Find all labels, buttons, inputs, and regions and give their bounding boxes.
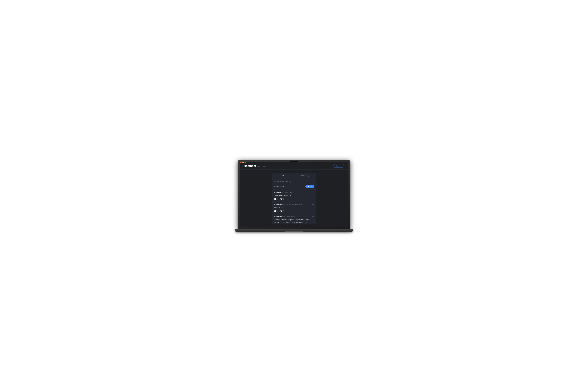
- post-2-share-action[interactable]: ↗: [312, 210, 314, 212]
- post-1-author: @another: [274, 192, 281, 194]
- compose-area: What is happening?! @andrianllmm Hoot: [272, 178, 316, 190]
- traffic-lights: [240, 162, 246, 163]
- topbar-left: Hoothoot @andrianllmm: [244, 164, 268, 168]
- post-1-header: @another • a minute ago: [274, 192, 314, 194]
- edit-icon[interactable]: ✏: [312, 204, 314, 206]
- post-2-like-action[interactable]: 🤍 3: [280, 210, 284, 212]
- sign-out-button[interactable]: Sign out: [334, 164, 344, 168]
- post-2-comment-count: 0: [277, 210, 278, 212]
- compose-footer: @andrianllmm Hoot: [274, 185, 314, 188]
- post-2-header: @andrianllmm • Edited 3 minutes ago ✏: [274, 204, 314, 206]
- post-3-author: @andrianllmm: [274, 216, 285, 218]
- share-icon: ↗: [312, 198, 314, 200]
- post-2: @andrianllmm • Edited 3 minutes ago ✏ He…: [272, 202, 316, 214]
- topbar: Hoothoot @andrianllmm Sign out: [240, 162, 348, 170]
- post-1-body: hello literally everyone: [274, 194, 314, 197]
- main-content: All Following What is happening?!: [240, 170, 348, 227]
- app-username: @andrianllmm: [258, 165, 268, 167]
- heart-icon-2: 🤍: [280, 210, 282, 212]
- post-3-body: "No one is born hating another person be…: [274, 218, 314, 224]
- tab-following[interactable]: Following: [294, 173, 316, 178]
- post-1-actions: 💬 0 🤍 1 ↗: [274, 198, 314, 200]
- post-2-actions: 💬 0 🤍 3 ↗: [274, 210, 314, 212]
- share-icon-2: ↗: [312, 210, 314, 212]
- laptop-wrapper: Hoothoot @andrianllmm Sign out All: [235, 157, 353, 235]
- post-3: @andrianllmm • 3 minutes ago ✏ "No one i…: [272, 214, 316, 224]
- post-2-time: Edited 3 minutes ago: [287, 204, 302, 206]
- compose-placeholder[interactable]: What is happening?!: [274, 180, 314, 183]
- post-3-header: @andrianllmm • 3 minutes ago ✏: [274, 216, 314, 218]
- comment-icon-2: 💬: [274, 210, 276, 212]
- tab-all[interactable]: All: [272, 173, 294, 178]
- close-icon[interactable]: [240, 162, 242, 163]
- edit-icon-3[interactable]: ✏: [312, 216, 314, 218]
- hoot-button[interactable]: Hoot: [305, 185, 314, 188]
- minimize-icon[interactable]: [242, 162, 244, 163]
- post-2-comment-action[interactable]: 💬 0: [274, 210, 278, 212]
- post-2-author: @andrianllmm: [274, 204, 285, 206]
- post-1-comment-action[interactable]: 💬 0: [274, 198, 278, 200]
- maximize-icon[interactable]: [245, 162, 246, 163]
- post-1-time: a minute ago: [284, 192, 292, 194]
- camera-notch: [290, 161, 298, 162]
- post-1-comment-count: 0: [277, 198, 278, 200]
- post-3-time: 3 minutes ago: [287, 216, 297, 218]
- comment-icon: 💬: [274, 198, 276, 200]
- app-container: Hoothoot @andrianllmm Sign out All: [240, 162, 348, 227]
- post-2-body: Hello, world!: [274, 206, 314, 209]
- feed-container: All Following What is happening?!: [272, 173, 316, 224]
- post-2-meta: @andrianllmm • Edited 3 minutes ago: [274, 204, 302, 206]
- post-2-like-count: 3: [283, 210, 284, 212]
- post-1-like-count: 1: [283, 198, 284, 200]
- post-1-share-action[interactable]: ↗: [312, 198, 314, 200]
- post-1-meta: @another • a minute ago: [274, 192, 292, 194]
- app-title: Hoothoot: [244, 164, 256, 168]
- laptop-screen: Hoothoot @andrianllmm Sign out All: [240, 162, 348, 227]
- post-1: @another • a minute ago hello literally …: [272, 190, 316, 202]
- post-1-like-action[interactable]: 🤍 1: [280, 198, 284, 200]
- heart-icon: 🤍: [280, 198, 282, 200]
- laptop-body: Hoothoot @andrianllmm Sign out All: [238, 160, 350, 229]
- compose-user: @andrianllmm: [274, 186, 284, 188]
- laptop-base: [235, 229, 353, 232]
- tabs: All Following: [272, 173, 316, 178]
- post-3-meta: @andrianllmm • 3 minutes ago: [274, 216, 297, 218]
